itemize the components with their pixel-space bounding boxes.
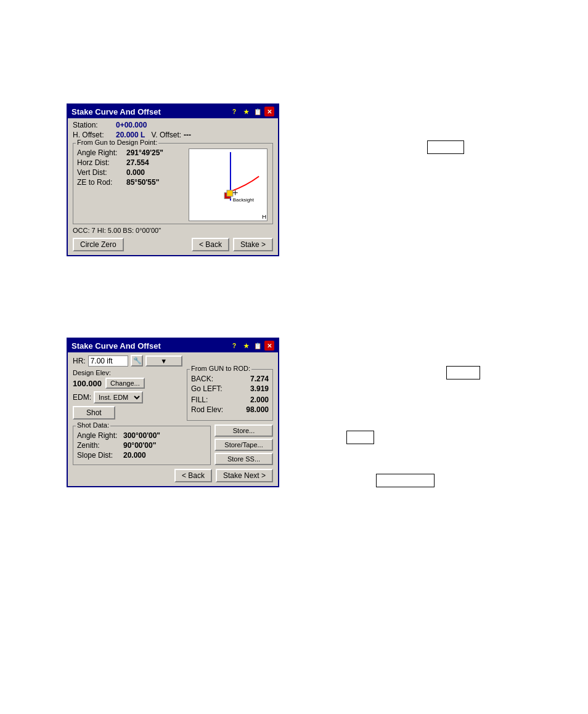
- close-icon-2[interactable]: ✕: [264, 341, 274, 351]
- titlebar-1: Stake Curve And Offset ? ★ 📋 ✕: [68, 105, 278, 118]
- zenith-value: 90°00'00": [123, 441, 156, 450]
- angle-right-label-2: Angle Right:: [77, 431, 123, 440]
- hr-dropdown-btn[interactable]: ▼: [145, 355, 182, 367]
- annotation-box-1: [427, 140, 464, 154]
- hoffset-value: 20.000 L: [116, 131, 145, 139]
- clipboard-icon-2[interactable]: 📋: [253, 341, 263, 351]
- close-icon-1[interactable]: ✕: [264, 107, 274, 116]
- vert-dist-value: 0.000: [126, 168, 145, 177]
- voffset-value: ---: [184, 131, 191, 139]
- ze-rod-value: 85°50'55": [126, 178, 159, 187]
- svg-rect-4: [227, 190, 233, 197]
- svg-text:Backsight: Backsight: [233, 197, 255, 203]
- stake-button[interactable]: Stake >: [233, 238, 273, 251]
- dialog-title-1: Stake Curve And Offset: [71, 107, 161, 116]
- svg-rect-0: [189, 149, 267, 221]
- vert-dist-label: Vert Dist:: [77, 168, 126, 177]
- help-icon-2[interactable]: ?: [229, 341, 239, 351]
- angle-right-label-1: Angle Right:: [77, 148, 126, 157]
- occ-info: OCC: 7 HI: 5.00 BS: 0°00'00": [73, 227, 273, 234]
- slope-dist-label: Slope Dist:: [77, 451, 123, 460]
- back-button-2[interactable]: < Back: [174, 469, 212, 482]
- go-left-label: Go LEFT:: [191, 384, 234, 393]
- gun-rod-label: From GUN to ROD:: [190, 365, 251, 372]
- edm-label: EDM:: [73, 393, 91, 402]
- star-icon-1[interactable]: ★: [241, 107, 251, 116]
- hr-input[interactable]: [88, 355, 128, 367]
- back-value: 7.274: [250, 375, 269, 383]
- angle-right-value-2: 300°00'00": [123, 431, 160, 440]
- horz-dist-value: 27.554: [126, 158, 149, 167]
- angle-right-value-1: 291°49'25": [126, 148, 163, 157]
- store-tape-button[interactable]: Store/Tape...: [214, 439, 273, 451]
- rod-elev-value: 98.000: [246, 405, 269, 414]
- circle-zero-button[interactable]: Circle Zero: [73, 238, 124, 251]
- station-label: Station:: [73, 121, 116, 129]
- change-button[interactable]: Change...: [105, 378, 145, 389]
- edm-select[interactable]: Inst. EDM: [94, 391, 143, 404]
- horz-dist-label: Horz Dist:: [77, 158, 126, 167]
- hoffset-label: H. Offset:: [73, 131, 116, 139]
- gun-design-section-label: From Gun to Design Point:: [76, 139, 158, 146]
- store-button[interactable]: Store...: [214, 424, 273, 437]
- shot-data-label: Shot Data:: [76, 421, 110, 429]
- dialog-stake-curve-offset-1: Stake Curve And Offset ? ★ 📋 ✕ Station: …: [67, 103, 279, 256]
- store-ss-button[interactable]: Store SS...: [214, 453, 273, 465]
- shot-button[interactable]: Shot: [73, 406, 115, 420]
- hr-label: HR:: [73, 357, 86, 365]
- fill-value: 2.000: [250, 396, 269, 404]
- dialog-title-2: Stake Curve And Offset: [71, 341, 161, 351]
- back-button-1[interactable]: < Back: [192, 238, 229, 251]
- survey-graph: H Backsight: [189, 148, 267, 221]
- go-left-value: 3.919: [250, 384, 269, 393]
- annotation-box-3: [346, 431, 374, 444]
- help-icon-1[interactable]: ?: [229, 107, 239, 116]
- slope-dist-value: 20.000: [123, 451, 146, 460]
- fill-label: FILL:: [191, 396, 234, 404]
- design-elev-label: Design Elev:: [73, 369, 111, 376]
- dialog-stake-curve-offset-2: Stake Curve And Offset ? ★ 📋 ✕ HR: 🔧 ▼ D…: [67, 338, 279, 487]
- svg-text:H: H: [262, 213, 266, 220]
- rod-elev-label: Rod Elev:: [191, 405, 234, 414]
- station-value: 0+00.000: [116, 121, 147, 129]
- zenith-label: Zenith:: [77, 441, 123, 450]
- voffset-label: V. Offset:: [151, 131, 181, 139]
- annotation-box-4: [376, 474, 435, 487]
- hr-icon-btn[interactable]: 🔧: [131, 355, 143, 367]
- gun-rod-panel: From GUN to ROD: BACK: 7.274 Go LEFT: 3.…: [187, 369, 273, 421]
- star-icon-2[interactable]: ★: [241, 341, 251, 351]
- titlebar-2: Stake Curve And Offset ? ★ 📋 ✕: [68, 339, 278, 352]
- stake-next-button[interactable]: Stake Next >: [216, 469, 273, 482]
- annotation-box-2: [446, 366, 480, 379]
- back-label: BACK:: [191, 375, 234, 383]
- clipboard-icon-1[interactable]: 📋: [253, 107, 263, 116]
- design-elev-value: 100.000: [73, 379, 102, 388]
- ze-rod-label: ZE to Rod:: [77, 178, 126, 187]
